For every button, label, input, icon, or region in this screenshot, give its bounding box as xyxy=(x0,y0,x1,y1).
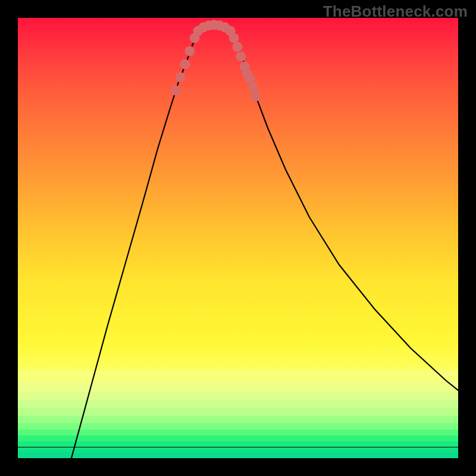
highlight-dots xyxy=(171,20,261,102)
highlight-dot xyxy=(185,46,195,57)
curve-layer xyxy=(18,18,458,458)
highlight-dot xyxy=(248,82,258,92)
highlight-dot xyxy=(251,92,261,102)
highlight-dot xyxy=(236,52,246,62)
highlight-dot xyxy=(171,86,181,96)
plot-area xyxy=(18,18,458,458)
highlight-dot xyxy=(229,33,239,43)
highlight-dot xyxy=(176,73,186,83)
chart-frame: TheBottleneck.com xyxy=(0,0,476,476)
highlight-dot xyxy=(180,60,190,70)
bottleneck-curve xyxy=(71,25,458,458)
watermark-text: TheBottleneck.com xyxy=(323,2,468,21)
highlight-dot xyxy=(233,42,243,52)
